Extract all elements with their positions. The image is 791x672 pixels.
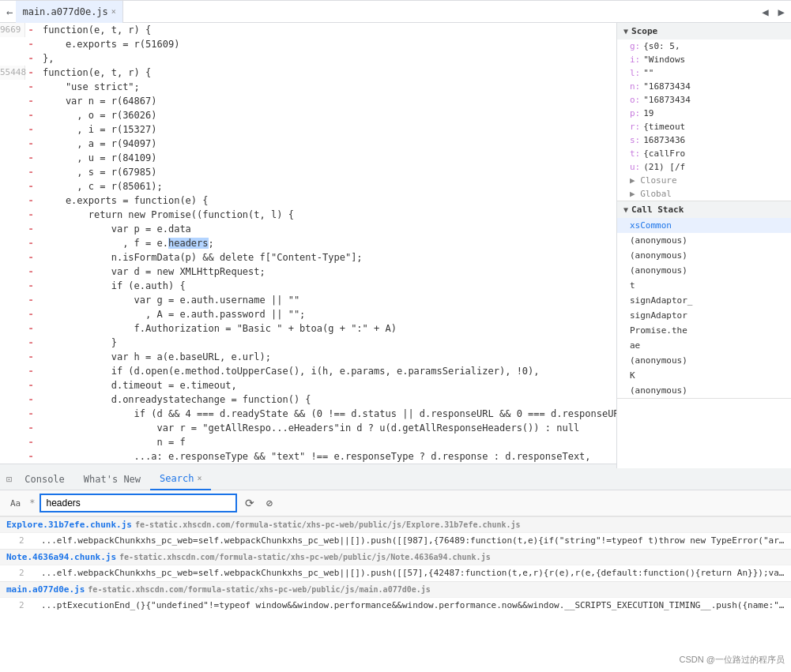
- list-item[interactable]: Promise.the: [617, 323, 791, 338]
- table-row[interactable]: - , i = r(15327): [0, 122, 616, 137]
- list-item[interactable]: xsCommon: [617, 218, 791, 233]
- list-item[interactable]: signAdaptor: [617, 308, 791, 323]
- table-row[interactable]: - var g = e.auth.username || "": [0, 293, 616, 307]
- scope-key: t:: [630, 148, 640, 159]
- table-row[interactable]: - if (e.auth) {: [0, 279, 616, 293]
- line-content: return new Promise((function(t, l) {: [36, 208, 616, 222]
- list-item[interactable]: t: [617, 278, 791, 293]
- scope-key: g:: [630, 41, 640, 51]
- table-row[interactable]: - e.exports = r(51609): [0, 37, 616, 51]
- table-row[interactable]: - , a = r(94097): [0, 137, 616, 151]
- bottom-panel-icon[interactable]: ⊡: [3, 474, 15, 485]
- list-item[interactable]: (anonymous): [617, 353, 791, 368]
- table-row[interactable]: - if (d.open(e.method.toUpperCase(), i(h…: [0, 364, 616, 378]
- list-item[interactable]: t: {callFro: [617, 147, 791, 160]
- line-content: e.exports = function(e) {: [36, 193, 616, 208]
- list-item[interactable]: signAdaptor_: [617, 293, 791, 308]
- result-line[interactable]: 2...ptExecutionEnd_(}{"undefined"!=typeo…: [0, 597, 791, 614]
- search-clear-icon[interactable]: ⊘: [262, 495, 275, 511]
- file-tab-bar: ← main.a077d0e.js × ◀ ▶: [0, 1, 791, 23]
- table-row[interactable]: - , c = r(85061);: [0, 179, 616, 193]
- search-input[interactable]: [40, 494, 237, 512]
- table-row[interactable]: - return new Promise((function(t, l) {: [0, 208, 616, 222]
- table-row[interactable]: - "use strict";: [0, 80, 616, 94]
- line-number: 9669: [0, 23, 25, 37]
- table-row[interactable]: 9669-function(e, t, r) {: [0, 23, 616, 37]
- table-row[interactable]: - e.exports = function(e) {: [0, 193, 616, 208]
- callstack-title: Call Stack: [631, 205, 684, 215]
- table-row[interactable]: - , f = e.headers;: [0, 236, 616, 250]
- table-row[interactable]: - , o = r(36026): [0, 108, 616, 122]
- result-line[interactable]: 2...elf.webpackChunkxhs_pc_web=self.webp…: [0, 532, 791, 549]
- table-row[interactable]: - , u = r(84109): [0, 151, 616, 165]
- search-tab-close-icon[interactable]: ×: [197, 474, 202, 482]
- table-row[interactable]: - var n = r(64867): [0, 94, 616, 108]
- table-row[interactable]: - var h = a(e.baseURL, e.url);: [0, 350, 616, 364]
- list-item[interactable]: r: {timeout: [617, 120, 791, 133]
- table-row[interactable]: - d.timeout = e.timeout,: [0, 378, 616, 392]
- line-minus: -: [25, 179, 36, 193]
- list-item[interactable]: ae: [617, 338, 791, 353]
- bottom-tab-whatsnew[interactable]: What's New: [74, 468, 150, 490]
- table-row[interactable]: - if (d && 4 === d.readyState && (0 !== …: [0, 407, 616, 421]
- line-content: },: [36, 51, 616, 66]
- top-area: ☰ ⬜ Elements Console Sources Network Per…: [0, 0, 791, 467]
- list-item[interactable]: ▶ Global: [617, 187, 791, 201]
- search-refresh-icon[interactable]: ⟳: [242, 495, 258, 511]
- tab-overflow-right-icon[interactable]: ▶: [775, 4, 788, 20]
- table-row[interactable]: - , A = e.auth.password || "";: [0, 307, 616, 321]
- list-item[interactable]: u: (21) [/f: [617, 160, 791, 174]
- file-tab-close[interactable]: ×: [111, 7, 116, 16]
- line-content: ...a: e.responseType && "text" !== e.res…: [36, 449, 616, 464]
- list-item[interactable]: (anonymous): [617, 233, 791, 248]
- search-input-row: Aa * ⟳ ⊘: [0, 490, 791, 516]
- table-row[interactable]: - var p = e.data: [0, 222, 616, 236]
- list-item[interactable]: (anonymous): [617, 383, 791, 398]
- result-text: ...elf.webpackChunkxhs_pc_web=self.webpa…: [41, 567, 785, 580]
- line-minus: -: [25, 321, 36, 336]
- search-results-area[interactable]: Explore.31b7efe.chunk.js fe-static.xhscd…: [0, 516, 791, 672]
- code-editor[interactable]: 9669-function(e, t, r) {- e.exports = r(…: [0, 23, 616, 464]
- back-icon[interactable]: ←: [3, 4, 16, 20]
- list-item[interactable]: (anonymous): [617, 248, 791, 263]
- table-row[interactable]: - ...a: e.responseType && "text" !== e.r…: [0, 449, 616, 464]
- scope-items: g: {s0: 5,i: "Windowsl: ""n: "16873434o:…: [617, 39, 791, 201]
- result-line-number: 2: [19, 599, 35, 612]
- table-row[interactable]: - n = f: [0, 435, 616, 449]
- table-row[interactable]: - f.Authorization = "Basic " + btoa(g + …: [0, 321, 616, 336]
- scope-header[interactable]: ▼ Scope: [617, 23, 791, 39]
- table-row[interactable]: - }: [0, 336, 616, 350]
- file-tab-main[interactable]: main.a077d0e.js ×: [16, 1, 122, 23]
- list-item[interactable]: g: {s0: 5,: [617, 39, 791, 53]
- list-item[interactable]: (anonymous): [617, 263, 791, 278]
- bottom-tab-console[interactable]: Console: [15, 468, 74, 490]
- table-row[interactable]: - , s = r(67985): [0, 165, 616, 179]
- list-item: l: "": [617, 66, 791, 80]
- result-group: main.a077d0e.js fe-static.xhscdn.com/for…: [0, 581, 791, 614]
- line-content: var g = e.auth.username || "": [36, 293, 616, 307]
- table-row[interactable]: - var d = new XMLHttpRequest;: [0, 265, 616, 279]
- line-minus: -: [25, 407, 36, 421]
- line-minus: -: [25, 122, 36, 137]
- bottom-tab-search[interactable]: Search ×: [150, 468, 211, 490]
- scope-section: ▼ Scope g: {s0: 5,i: "Windowsl: ""n: "16…: [617, 23, 791, 201]
- table-row[interactable]: 55448-function(e, t, r) {: [0, 66, 616, 80]
- table-row[interactable]: -},: [0, 51, 616, 66]
- table-row[interactable]: - n.isFormData(p) && delete f["Content-T…: [0, 250, 616, 265]
- list-item: n: "16873434: [617, 80, 791, 93]
- tab-overflow-left-icon[interactable]: ◀: [759, 4, 771, 20]
- search-aa-btn[interactable]: Aa: [6, 496, 24, 511]
- result-line[interactable]: 2...elf.webpackChunkxhs_pc_web=self.webp…: [0, 565, 791, 581]
- line-content: function(e, t, r) {: [36, 66, 616, 80]
- result-file-header[interactable]: Explore.31b7efe.chunk.js fe-static.xhscd…: [0, 516, 791, 532]
- table-row[interactable]: - var r = "getAllRespo...eHeaders"in d ?…: [0, 421, 616, 435]
- list-item[interactable]: K: [617, 368, 791, 383]
- callstack-header[interactable]: ▼ Call Stack: [617, 201, 791, 218]
- result-file-header[interactable]: main.a077d0e.js fe-static.xhscdn.com/for…: [0, 581, 791, 597]
- result-file-header[interactable]: Note.4636a94.chunk.js fe-static.xhscdn.c…: [0, 549, 791, 565]
- line-minus: -: [25, 250, 36, 265]
- table-row[interactable]: - d.onreadystatechange = function() {: [0, 392, 616, 407]
- list-item[interactable]: ▶ Closure: [617, 174, 791, 187]
- scope-value: {timeout: [643, 122, 685, 132]
- line-content: , u = r(84109): [36, 151, 616, 165]
